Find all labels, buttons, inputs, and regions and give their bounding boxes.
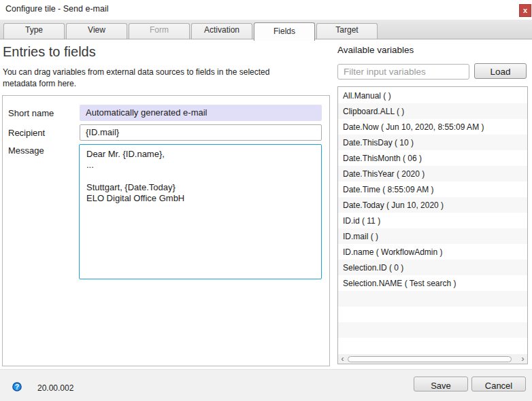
svg-text:?: ? bbox=[15, 383, 19, 391]
